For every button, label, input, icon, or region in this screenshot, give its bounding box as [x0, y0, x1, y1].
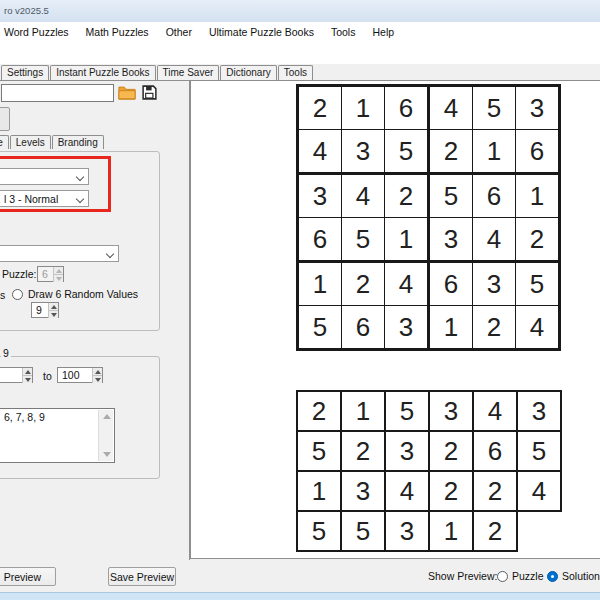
- radio-solution[interactable]: [547, 571, 558, 582]
- grid-cell: 6: [516, 130, 560, 174]
- grid-cell: 3: [298, 174, 342, 218]
- grid-cell: 2: [341, 431, 385, 471]
- grid-cell: 3: [516, 86, 560, 130]
- grid-cell: 1: [297, 471, 341, 511]
- tab-levels[interactable]: Levels: [10, 135, 51, 149]
- grid-cell: 6: [473, 431, 517, 471]
- grid-cell: 5: [385, 391, 429, 431]
- sidebar-sub-tabs: le Levels Branding: [0, 135, 105, 149]
- tab-dictionary[interactable]: Dictionary: [220, 65, 276, 80]
- grid-cell: 6: [298, 218, 342, 262]
- grid-cell: 3: [473, 262, 516, 306]
- grid-cell: 5: [429, 174, 473, 218]
- grid-cell: 1: [429, 511, 473, 551]
- grid-cell: 1: [298, 262, 342, 306]
- folder-icon: [118, 85, 136, 102]
- taskbar-strip: [0, 592, 600, 600]
- partial-toolbar-button[interactable]: [0, 107, 10, 131]
- radio-puzzle[interactable]: [497, 571, 508, 582]
- menu-word-puzzles[interactable]: Word Puzzles: [4, 26, 69, 38]
- grid-cell: 2: [473, 511, 517, 551]
- grid-cell: 5: [342, 218, 385, 262]
- draw-count-spinner[interactable]: 9: [31, 302, 59, 318]
- range-to-spinner[interactable]: 100: [57, 367, 103, 383]
- radio-puzzle-label[interactable]: Puzzle: [512, 570, 544, 582]
- grid-cell: 1: [516, 174, 560, 218]
- spinner-arrows[interactable]: [92, 368, 102, 382]
- grid-cell: 5: [385, 130, 429, 174]
- range-to-value: 100: [62, 369, 80, 381]
- spinner-arrows[interactable]: [48, 303, 58, 317]
- grid-cell: 3: [517, 391, 561, 431]
- show-preview-label: Show Preview:: [428, 570, 497, 582]
- per-puzzle-value: 6: [42, 268, 48, 280]
- grid-cell: 4: [473, 391, 517, 431]
- annotation-rectangle: [0, 156, 111, 212]
- menu-math-puzzles[interactable]: Math Puzzles: [86, 26, 149, 38]
- tab-branding[interactable]: Branding: [52, 135, 104, 149]
- save-icon: [141, 84, 158, 103]
- range-from-spinner[interactable]: [0, 367, 33, 383]
- grid-cell: 6: [342, 306, 385, 350]
- textbox-scrollbar[interactable]: [98, 410, 113, 461]
- grid-cell: 4: [298, 130, 342, 174]
- generation-dropdown[interactable]: [0, 245, 119, 262]
- tab-settings[interactable]: Settings: [1, 65, 49, 80]
- save-preview-button[interactable]: Save Preview: [108, 567, 176, 586]
- grid-cell: 3: [342, 130, 385, 174]
- grid-cell: 4: [385, 471, 429, 511]
- save-button[interactable]: [139, 83, 159, 103]
- tab-style-partial[interactable]: le: [0, 135, 9, 149]
- tab-instant-puzzle-books[interactable]: Instant Puzzle Books: [50, 65, 155, 80]
- values-textbox[interactable]: 6, 7, 8, 9: [0, 408, 115, 463]
- grid-cell: 5: [297, 511, 341, 551]
- preview-button-label: Preview: [4, 571, 41, 583]
- menu-tools[interactable]: Tools: [331, 26, 356, 38]
- menu-ultimate-puzzle-books[interactable]: Ultimate Puzzle Books: [209, 26, 314, 38]
- grid-cell: 2: [385, 174, 429, 218]
- radio-solution-label[interactable]: Solution: [562, 570, 600, 582]
- grid-cell: 3: [429, 218, 473, 262]
- title-bar: ro v2025.5: [0, 0, 600, 22]
- draw-count-value: 9: [36, 304, 42, 316]
- draw-random-label: Draw 6 Random Values: [28, 288, 138, 300]
- open-folder-button[interactable]: [117, 83, 137, 103]
- grid-cell: 2: [429, 471, 473, 511]
- tab-tools[interactable]: Tools: [278, 65, 313, 80]
- grid-cell: 4: [429, 86, 473, 130]
- grid-cell: 3: [385, 511, 429, 551]
- grid-cell: 2: [473, 471, 517, 511]
- menu-other[interactable]: Other: [166, 26, 192, 38]
- grid-cell: 2: [516, 218, 560, 262]
- per-puzzle-label: Puzzle:: [2, 268, 36, 280]
- spinner-arrows: [53, 267, 63, 281]
- radio-partial-label: s: [0, 289, 5, 301]
- grid-cell: 4: [473, 218, 516, 262]
- grid-cell: 1: [341, 391, 385, 431]
- spinner-arrows[interactable]: [22, 368, 32, 382]
- grid-cell: 2: [429, 431, 473, 471]
- draw-random-radio[interactable]: [12, 289, 23, 300]
- per-puzzle-spinner: 6: [37, 266, 64, 282]
- tab-time-saver[interactable]: Time Saver: [157, 65, 220, 80]
- grid-cell: 2: [473, 306, 516, 350]
- save-preview-button-label: Save Preview: [110, 571, 174, 583]
- to-label: to: [43, 370, 52, 382]
- menu-help[interactable]: Help: [372, 26, 394, 38]
- grid-cell: 3: [385, 431, 429, 471]
- partial-grid: 21534352326513422455312: [296, 390, 562, 552]
- file-name-input[interactable]: [1, 84, 114, 102]
- scroll-up-icon[interactable]: [103, 414, 111, 419]
- grid-cell: 6: [473, 174, 516, 218]
- grid-cell: 2: [429, 130, 473, 174]
- grid-cell: 1: [342, 86, 385, 130]
- grid-cell: 5: [517, 431, 561, 471]
- grid-cell: 4: [517, 471, 561, 511]
- menu-bar: Word Puzzles Math Puzzles Other Ultimate…: [0, 22, 600, 42]
- grid-cell: 6: [385, 86, 429, 130]
- grid-cell: 3: [429, 391, 473, 431]
- grid-cell: 4: [516, 306, 560, 350]
- scroll-down-icon[interactable]: [103, 452, 111, 457]
- preview-button[interactable]: Preview: [0, 567, 56, 586]
- grid-cell: 1: [429, 306, 473, 350]
